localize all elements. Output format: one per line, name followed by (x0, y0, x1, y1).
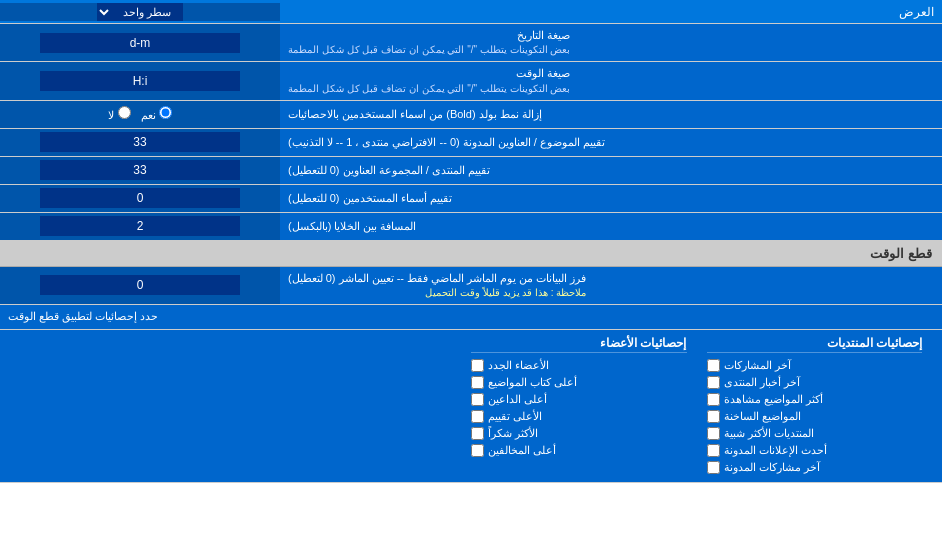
check-most-similar-input[interactable] (707, 427, 720, 440)
topics-limit-input[interactable] (40, 132, 240, 152)
empty-col (10, 336, 461, 476)
date-format-input-wrapper (0, 24, 280, 61)
cutoff-section-header: قطع الوقت (0, 241, 942, 267)
date-format-input[interactable] (40, 33, 240, 53)
check-top-writers-input[interactable] (471, 376, 484, 389)
time-format-input[interactable] (40, 71, 240, 91)
stats-limit-label: حدد إحصائيات لتطبيق قطع الوقت (0, 305, 942, 328)
check-latest-announcements: أحدث الإعلانات المدونة (707, 442, 923, 459)
bold-remove-row: إزالة نمط بولد (Bold) من اسماء المستخدمي… (0, 101, 942, 129)
stats-limit-row: حدد إحصائيات لتطبيق قطع الوقت (0, 305, 942, 329)
bold-yes-label: نعم (141, 106, 172, 122)
bold-remove-radio-wrapper: نعم لا (0, 101, 280, 128)
bold-yes-radio[interactable] (159, 106, 172, 119)
users-limit-input-wrapper (0, 185, 280, 212)
forums-stats-title: إحصائيات المنتديات (707, 336, 923, 353)
check-top-writers: أعلى كتاب المواضيع (471, 374, 687, 391)
forum-limit-input[interactable] (40, 160, 240, 180)
bold-radio-group: نعم لا (108, 106, 171, 122)
header-label: العرض (280, 2, 942, 22)
members-stats-title: إحصائيات الأعضاء (471, 336, 687, 353)
cutoff-input[interactable] (40, 275, 240, 295)
check-latest-announcements-input[interactable] (707, 444, 720, 457)
check-forum-news: آخر أخبار المنتدى (707, 374, 923, 391)
time-format-input-wrapper (0, 62, 280, 99)
check-hot-topics: المواضيع الساخنة (707, 408, 923, 425)
date-format-row: صيغة التاريخ بعض التكوينات يتطلب "/" الت… (0, 24, 942, 62)
forum-limit-input-wrapper (0, 157, 280, 184)
check-new-members-input[interactable] (471, 359, 484, 372)
header-dropdown-wrapper: سطر واحد سطرين ثلاثة أسطر (0, 3, 280, 21)
check-most-viewed-input[interactable] (707, 393, 720, 406)
check-last-posts: آخر المشاركات (707, 357, 923, 374)
cutoff-input-wrapper (0, 267, 280, 304)
time-format-label: صيغة الوقت بعض التكوينات يتطلب "/" التي … (280, 62, 942, 99)
bold-no-radio[interactable] (118, 106, 131, 119)
check-most-thanked-input[interactable] (471, 427, 484, 440)
cutoff-label: فرز البيانات من يوم الماشر الماضي فقط --… (280, 267, 942, 304)
topics-limit-row: تقييم الموضوع / العناوين المدونة (0 -- ا… (0, 129, 942, 157)
check-most-similar: المنتديات الأكثر شبية (707, 425, 923, 442)
users-limit-label: تقييم أسماء المستخدمين (0 للتعطيل) (280, 185, 942, 212)
date-format-label: صيغة التاريخ بعض التكوينات يتطلب "/" الت… (280, 24, 942, 61)
check-highest-rated: الأعلى تقييم (471, 408, 687, 425)
forums-stats-col: إحصائيات المنتديات آخر المشاركات آخر أخب… (697, 336, 933, 476)
users-limit-input[interactable] (40, 188, 240, 208)
time-format-row: صيغة الوقت بعض التكوينات يتطلب "/" التي … (0, 62, 942, 100)
topics-limit-label: تقييم الموضوع / العناوين المدونة (0 -- ا… (280, 129, 942, 156)
bold-remove-label: إزالة نمط بولد (Bold) من اسماء المستخدمي… (280, 101, 942, 128)
check-forum-news-input[interactable] (707, 376, 720, 389)
check-last-blog-posts: آخر مشاركات المدونة (707, 459, 923, 476)
check-hot-topics-input[interactable] (707, 410, 720, 423)
check-top-violators-input[interactable] (471, 444, 484, 457)
check-last-blog-posts-input[interactable] (707, 461, 720, 474)
space-between-input-wrapper (0, 213, 280, 240)
space-between-input[interactable] (40, 216, 240, 236)
cutoff-row: فرز البيانات من يوم الماشر الماضي فقط --… (0, 267, 942, 305)
forum-limit-label: تقييم المنتدى / المجموعة العناوين (0 للت… (280, 157, 942, 184)
header-row: العرض سطر واحد سطرين ثلاثة أسطر (0, 0, 942, 24)
space-between-row: المسافة بين الخلايا (بالبكسل) (0, 213, 942, 241)
check-most-thanked: الأكثر شكراً (471, 425, 687, 442)
check-top-inviters: أعلى الداعين (471, 391, 687, 408)
check-most-viewed: أكثر المواضيع مشاهدة (707, 391, 923, 408)
check-last-posts-input[interactable] (707, 359, 720, 372)
check-highest-rated-input[interactable] (471, 410, 484, 423)
display-select[interactable]: سطر واحد سطرين ثلاثة أسطر (97, 3, 183, 21)
check-top-violators: أعلى المخالفين (471, 442, 687, 459)
stats-checkboxes-row: إحصائيات المنتديات آخر المشاركات آخر أخب… (10, 336, 932, 476)
forum-limit-row: تقييم المنتدى / المجموعة العناوين (0 للت… (0, 157, 942, 185)
check-new-members: الأعضاء الجدد (471, 357, 687, 374)
bold-no-label: لا (108, 106, 130, 122)
topics-limit-input-wrapper (0, 129, 280, 156)
stats-checkboxes-section: إحصائيات المنتديات آخر المشاركات آخر أخب… (0, 330, 942, 483)
members-stats-col: إحصائيات الأعضاء الأعضاء الجدد أعلى كتاب… (461, 336, 697, 476)
users-limit-row: تقييم أسماء المستخدمين (0 للتعطيل) (0, 185, 942, 213)
space-between-label: المسافة بين الخلايا (بالبكسل) (280, 213, 942, 240)
check-top-inviters-input[interactable] (471, 393, 484, 406)
